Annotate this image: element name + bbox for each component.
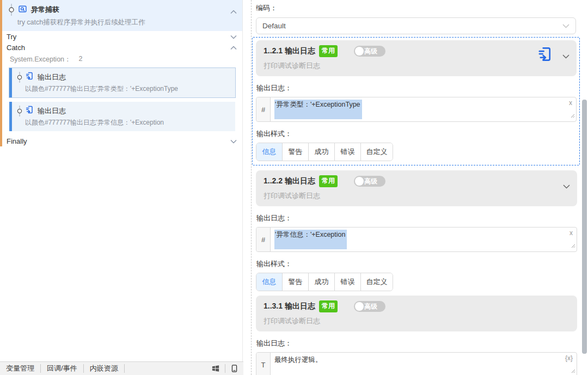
breakpoint-handle[interactable] xyxy=(17,72,22,83)
insert-variable-icon[interactable]: {x} xyxy=(565,354,573,362)
breakpoint-handle[interactable] xyxy=(17,106,22,116)
output-log-input[interactable]: # '异常信息：'+Exception x xyxy=(256,227,577,252)
exception-count: 2 xyxy=(79,55,83,64)
encoding-value: Default xyxy=(262,22,286,30)
expression-mode-prefix[interactable]: # xyxy=(256,228,271,251)
try-section-row[interactable]: Try xyxy=(2,31,242,42)
chevron-up-icon[interactable] xyxy=(230,7,237,16)
chevron-up-icon[interactable] xyxy=(230,44,237,52)
card-title: 1..3.1 输出日志 xyxy=(264,302,315,311)
input-value-highlighted[interactable]: '异常信息：'+Exception xyxy=(274,230,347,249)
style-success-button[interactable]: 成功 xyxy=(309,273,335,291)
try-label: Try xyxy=(7,33,16,41)
encoding-label: 编码： xyxy=(256,3,580,13)
clear-icon[interactable]: x xyxy=(569,229,573,237)
flow-item-description: 以颜色#777777输出日志'异常信息：'+Exception xyxy=(25,118,231,127)
clear-icon[interactable]: x xyxy=(569,99,572,107)
toggle-label: 高级 xyxy=(364,177,377,186)
chevron-down-icon xyxy=(562,22,569,30)
output-style-label: 输出样式： xyxy=(256,129,577,139)
catch-label: Catch xyxy=(7,44,25,52)
card-title: 1..2.1 输出日志 xyxy=(264,46,315,56)
flow-item-output-log-1[interactable]: 输出日志 以颜色#777777输出日志'异常类型：'+ExceptionType xyxy=(9,68,235,97)
finally-section-row[interactable]: Finally xyxy=(2,136,242,146)
resize-handle-icon[interactable] xyxy=(571,366,575,375)
common-badge: 常用 xyxy=(319,45,338,57)
output-log-icon xyxy=(25,105,34,116)
flow-item-title: 输出日志 xyxy=(38,106,66,116)
toggle-label: 高级 xyxy=(364,302,377,311)
resize-handle-icon[interactable] xyxy=(571,110,575,120)
style-error-button[interactable]: 错误 xyxy=(335,143,361,161)
tab-variable-management[interactable]: 变量管理 xyxy=(0,364,41,373)
card-header[interactable]: 1..2.1 输出日志 常用 高级 打印调试诊断日志 xyxy=(256,40,577,76)
bottom-tab-bar: 变量管理 回调/事件 内嵌资源 xyxy=(0,361,243,375)
panel-splitter[interactable] xyxy=(251,0,252,375)
output-log-icon xyxy=(25,71,34,83)
input-value[interactable]: 最终执行逻辑。 xyxy=(274,355,566,365)
properties-panel: 编码： Default 1..2.1 输出日志 常用 高级 打印调试诊断日志 输… xyxy=(252,0,580,375)
card-output-log-1-2-2: 1..2.2 输出日志 常用 高级 打印调试诊断日志 输出日志： # '异常信息… xyxy=(256,170,577,291)
chevron-down-icon[interactable] xyxy=(563,181,570,191)
flow-item-title: 输出日志 xyxy=(38,72,66,82)
card-description: 打印调试诊断日志 xyxy=(264,61,569,71)
output-style-group: 信息 警告 成功 错误 自定义 xyxy=(256,273,393,291)
style-info-button[interactable]: 信息 xyxy=(256,143,283,161)
advanced-toggle[interactable]: 高级 xyxy=(354,301,385,312)
block-description: try catch捕获程序异常并执行后续处理工作 xyxy=(17,18,237,27)
exception-type-label: System.Exception： xyxy=(10,55,71,64)
advanced-toggle[interactable]: 高级 xyxy=(354,176,385,187)
block-title: 异常捕获 xyxy=(31,5,59,15)
finally-label: Finally xyxy=(7,137,27,145)
style-warning-button[interactable]: 警告 xyxy=(283,273,309,291)
exception-capture-icon xyxy=(18,4,27,16)
toggle-knob xyxy=(355,47,364,56)
style-error-button[interactable]: 错误 xyxy=(335,273,361,291)
output-style-group: 信息 警告 成功 错误 自定义 xyxy=(256,143,393,161)
windows-view-button[interactable] xyxy=(206,365,225,372)
card-output-log-1-3-1: 1..3.1 输出日志 常用 高级 打印调试诊断日志 输出日志： T 最终执行逻… xyxy=(256,296,577,375)
advanced-toggle[interactable]: 高级 xyxy=(354,46,385,57)
style-success-button[interactable]: 成功 xyxy=(309,143,335,161)
exception-capture-header[interactable]: 异常捕获 try catch捕获程序异常并执行后续处理工作 xyxy=(2,0,242,31)
vertical-scrollbar[interactable] xyxy=(582,100,587,354)
chevron-down-icon[interactable] xyxy=(562,51,569,61)
output-log-input[interactable]: T 最终执行逻辑。 {x} xyxy=(256,352,577,375)
input-value-highlighted[interactable]: '异常类型：'+ExceptionType xyxy=(274,100,362,119)
flow-item-output-log-2[interactable]: 输出日志 以颜色#777777输出日志'异常信息：'+Exception xyxy=(9,102,235,131)
toggle-knob xyxy=(355,302,364,311)
mobile-view-button[interactable] xyxy=(225,364,243,373)
output-log-field-label: 输出日志： xyxy=(256,213,577,223)
catch-section-row[interactable]: Catch xyxy=(2,42,242,53)
common-badge: 常用 xyxy=(319,300,338,312)
card-title: 1..2.2 输出日志 xyxy=(264,176,315,186)
text-mode-prefix[interactable]: T xyxy=(256,353,271,375)
flow-tree-panel: 异常捕获 try catch捕获程序异常并执行后续处理工作 Try Catch … xyxy=(0,0,243,375)
output-log-icon xyxy=(537,46,554,65)
card-header[interactable]: 1..3.1 输出日志 常用 高级 打印调试诊断日志 xyxy=(256,296,577,331)
flow-item-description: 以颜色#777777输出日志'异常类型：'+ExceptionType xyxy=(25,84,231,94)
style-custom-button[interactable]: 自定义 xyxy=(361,273,393,291)
chevron-down-icon[interactable] xyxy=(230,137,237,145)
tab-embedded-resources[interactable]: 内嵌资源 xyxy=(84,364,125,373)
card-header[interactable]: 1..2.2 输出日志 常用 高级 打印调试诊断日志 xyxy=(256,170,577,206)
style-info-button[interactable]: 信息 xyxy=(256,273,283,291)
style-warning-button[interactable]: 警告 xyxy=(283,143,309,161)
output-log-field-label: 输出日志： xyxy=(256,339,577,348)
toggle-label: 高级 xyxy=(364,47,377,56)
output-log-field-label: 输出日志： xyxy=(256,83,577,93)
breakpoint-handle[interactable] xyxy=(9,4,14,16)
encoding-select[interactable]: Default xyxy=(256,17,576,34)
common-badge: 常用 xyxy=(319,175,338,187)
style-custom-button[interactable]: 自定义 xyxy=(361,143,393,161)
resize-handle-icon[interactable] xyxy=(571,241,575,250)
exception-capture-block: 异常捕获 try catch捕获程序异常并执行后续处理工作 Try Catch … xyxy=(0,0,242,146)
card-output-log-1-2-1[interactable]: 1..2.1 输出日志 常用 高级 打印调试诊断日志 输出日志： # '异常类型… xyxy=(252,37,580,165)
tab-callback-events[interactable]: 回调/事件 xyxy=(41,364,84,373)
expression-mode-prefix[interactable]: # xyxy=(256,97,271,121)
chevron-down-icon[interactable] xyxy=(230,33,237,41)
catch-exception-type: System.Exception： 2 xyxy=(10,55,242,64)
toggle-knob xyxy=(355,177,364,186)
output-log-input[interactable]: # '异常类型：'+ExceptionType x xyxy=(256,97,577,122)
card-description: 打印调试诊断日志 xyxy=(264,191,569,201)
